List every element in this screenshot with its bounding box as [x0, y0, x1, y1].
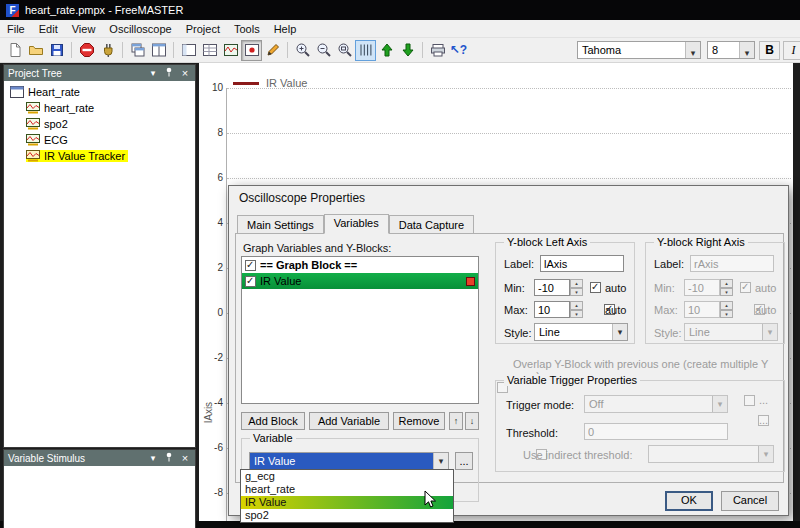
- y-tick: -2: [199, 352, 223, 363]
- trigger-group-title: Variable Trigger Properties: [504, 374, 640, 386]
- menu-tools[interactable]: Tools: [227, 21, 267, 37]
- tree-item-spo2[interactable]: spo2: [4, 116, 195, 132]
- tile-windows-icon[interactable]: [148, 40, 169, 61]
- graph-variables-listbox[interactable]: == Graph Block == IR Value: [241, 256, 479, 404]
- menu-view[interactable]: View: [65, 21, 103, 37]
- checkbox-checked-icon[interactable]: [245, 276, 256, 287]
- edit-mode-icon[interactable]: [262, 40, 283, 61]
- new-project-icon[interactable]: [4, 40, 25, 61]
- pin-icon[interactable]: [163, 452, 175, 464]
- trigger-groupbox: Variable Trigger Properties Trigger mode…: [495, 380, 785, 472]
- oscilloscope-icon: [26, 102, 40, 114]
- ir-value-row[interactable]: IR Value: [242, 273, 478, 289]
- tree-item-heart-rate[interactable]: heart_rate: [4, 100, 195, 116]
- gridline: [227, 88, 791, 89]
- menu-help[interactable]: Help: [267, 21, 304, 37]
- chevron-down-icon[interactable]: [739, 42, 754, 58]
- freemaster-window: F heart_rate.pmpx - FreeMASTER File Edit…: [0, 0, 800, 528]
- chevron-down-icon[interactable]: [433, 453, 448, 469]
- chevron-down-icon: [758, 446, 773, 462]
- pin-icon[interactable]: [163, 67, 175, 79]
- auto-caption: auto: [605, 282, 626, 294]
- bold-button[interactable]: B: [759, 41, 780, 60]
- stop-communication-icon[interactable]: [76, 40, 97, 61]
- printer-icon[interactable]: [427, 40, 448, 61]
- min-spinner[interactable]: [570, 279, 583, 296]
- indirect-threshold-value: [649, 446, 758, 462]
- zoom-fit-icon[interactable]: [334, 40, 355, 61]
- left-axis-min-input[interactable]: [534, 279, 570, 296]
- checkbox-checked-icon[interactable]: [245, 260, 256, 271]
- tab-main-settings[interactable]: Main Settings: [237, 215, 324, 234]
- max-spinner[interactable]: [570, 301, 583, 318]
- toolbar-separator: [122, 42, 123, 58]
- browse-variable-button[interactable]: ...: [455, 452, 473, 470]
- oscilloscope-pane-icon[interactable]: [220, 40, 241, 61]
- cancel-button[interactable]: Cancel: [721, 491, 779, 511]
- left-axis-label-input[interactable]: [540, 255, 624, 272]
- ir-value-label: IR Value: [260, 275, 301, 287]
- menu-project[interactable]: Project: [179, 21, 227, 37]
- option-spo2[interactable]: spo2: [241, 509, 453, 522]
- variable-combobox[interactable]: IR Value: [249, 452, 449, 470]
- grid-toggle-icon[interactable]: [355, 40, 376, 61]
- remove-button[interactable]: Remove: [393, 412, 445, 430]
- min-auto-checkbox[interactable]: [590, 282, 601, 293]
- left-axis-groupbox: Y-block Left Axis Label: Min: auto Max: …: [495, 242, 635, 344]
- left-axis-style-combobox[interactable]: Line: [534, 323, 628, 341]
- ok-button[interactable]: OK: [665, 491, 713, 511]
- close-icon[interactable]: [179, 67, 191, 79]
- y-tick: -8: [199, 487, 223, 498]
- menu-file[interactable]: File: [0, 21, 32, 37]
- indirect-threshold-combobox: [648, 445, 774, 463]
- variable-group-label: Variable: [250, 432, 296, 444]
- graph-block-row[interactable]: == Graph Block ==: [242, 257, 478, 273]
- zoom-in-icon[interactable]: [292, 40, 313, 61]
- tree-root[interactable]: Heart_rate: [4, 84, 195, 100]
- chevron-down-icon[interactable]: [147, 453, 159, 463]
- open-project-icon[interactable]: [25, 40, 46, 61]
- y-axis-line: [226, 88, 227, 521]
- option-heart-rate[interactable]: heart_rate: [241, 483, 453, 496]
- label-caption: Label:: [654, 258, 684, 270]
- move-up-icon[interactable]: [376, 40, 397, 61]
- move-variable-down-icon[interactable]: [465, 412, 479, 430]
- y-tick: 2: [199, 262, 223, 273]
- menu-oscilloscope[interactable]: Oscilloscope: [102, 21, 178, 37]
- close-icon[interactable]: [179, 452, 191, 464]
- chevron-down-icon[interactable]: [147, 68, 159, 78]
- recorder-pane-icon[interactable]: [241, 40, 262, 61]
- cascade-windows-icon[interactable]: [127, 40, 148, 61]
- toolbar-separator: [422, 42, 423, 58]
- save-project-icon[interactable]: [46, 40, 67, 61]
- toolbar: Tahoma 8 B I: [0, 38, 800, 63]
- zoom-out-icon[interactable]: [313, 40, 334, 61]
- move-variable-up-icon[interactable]: [449, 412, 463, 430]
- legend-line-swatch: [233, 82, 259, 85]
- communication-plug-icon[interactable]: [97, 40, 118, 61]
- italic-button[interactable]: I: [783, 41, 800, 60]
- add-block-button[interactable]: Add Block: [241, 412, 305, 430]
- menu-edit[interactable]: Edit: [32, 21, 65, 37]
- font-size-select[interactable]: 8: [707, 41, 755, 59]
- option-g-ecg[interactable]: g_ecg: [241, 470, 453, 483]
- add-variable-button[interactable]: Add Variable: [309, 412, 389, 430]
- tree-item-ir-value-tracker[interactable]: IR Value Tracker: [4, 148, 195, 164]
- y-tick: 4: [199, 217, 223, 228]
- chevron-down-icon[interactable]: [685, 42, 700, 58]
- chevron-down-icon[interactable]: [612, 324, 627, 340]
- trigger-option-dots: ...: [759, 414, 768, 426]
- tab-data-capture[interactable]: Data Capture: [389, 215, 474, 234]
- project-tree-pane-icon[interactable]: [178, 40, 199, 61]
- tree-root-label: Heart_rate: [28, 86, 80, 98]
- move-down-icon[interactable]: [397, 40, 418, 61]
- context-help-icon[interactable]: [448, 40, 469, 61]
- option-ir-value[interactable]: IR Value: [241, 496, 453, 509]
- tree-item-ecg[interactable]: ECG: [4, 132, 195, 148]
- tab-variables[interactable]: Variables: [324, 214, 389, 234]
- font-family-select[interactable]: Tahoma: [577, 41, 701, 59]
- tree-item-label: ECG: [44, 134, 68, 146]
- watch-pane-icon[interactable]: [199, 40, 220, 61]
- left-axis-max-input[interactable]: [534, 301, 570, 318]
- trigger-mode-caption: Trigger mode:: [506, 399, 574, 411]
